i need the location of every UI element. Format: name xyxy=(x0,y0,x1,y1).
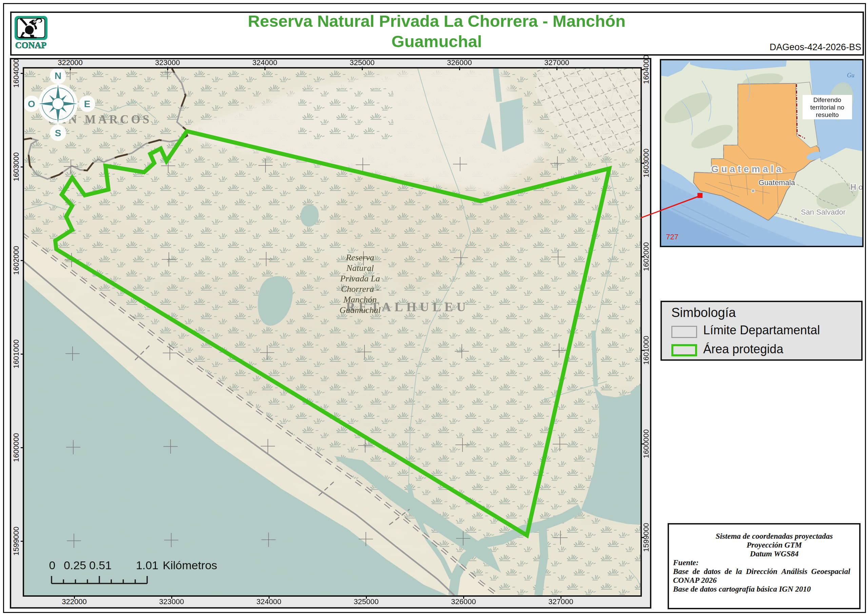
svg-text:O: O xyxy=(28,99,35,109)
svg-text:Manchón: Manchón xyxy=(343,295,377,304)
svg-text:0.51: 0.51 xyxy=(89,559,112,571)
svg-text:Privada La: Privada La xyxy=(340,273,380,283)
svg-text:San Salvador: San Salvador xyxy=(801,208,846,216)
svg-text:CONAP: CONAP xyxy=(15,41,47,50)
svg-text:0.25: 0.25 xyxy=(64,559,86,571)
svg-text:resuelto: resuelto xyxy=(816,111,839,118)
svg-text:Reserva: Reserva xyxy=(345,253,374,262)
svg-text:territorial no: territorial no xyxy=(810,104,844,111)
svg-text:Gu: Gu xyxy=(847,72,854,79)
svg-text:Guamuchal: Guamuchal xyxy=(339,305,381,315)
svg-text:Chorrera -: Chorrera - xyxy=(341,284,379,294)
svg-text:Natural: Natural xyxy=(346,263,374,273)
svg-text:E: E xyxy=(84,99,91,109)
svg-text:Ho: Ho xyxy=(850,183,862,192)
svg-text:Kilómetros: Kilómetros xyxy=(163,559,217,571)
svg-text:0: 0 xyxy=(49,559,56,571)
svg-text:S: S xyxy=(55,128,61,138)
svg-text:Guatemala: Guatemala xyxy=(759,178,795,187)
svg-text:N: N xyxy=(55,70,61,81)
svg-text:1.01: 1.01 xyxy=(136,559,158,571)
svg-text:727: 727 xyxy=(666,233,679,241)
svg-text:Guatemala: Guatemala xyxy=(711,164,784,174)
svg-text:Diferendo: Diferendo xyxy=(813,96,841,103)
